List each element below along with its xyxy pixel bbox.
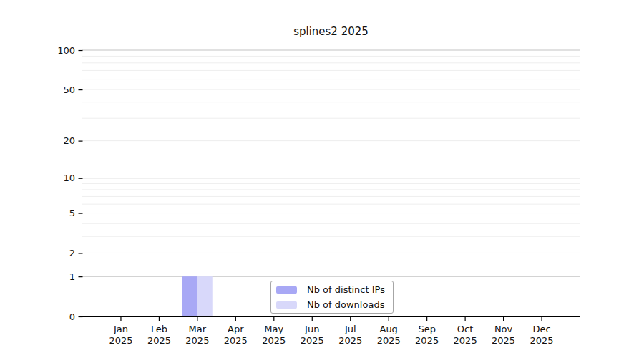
plot-drawing xyxy=(82,44,580,316)
legend-label-downloads: Nb of downloads xyxy=(307,299,384,310)
bar-distinct-ips xyxy=(182,276,197,316)
legend-swatch-distinct-ips xyxy=(276,286,297,294)
legend-item-distinct-ips: Nb of distinct IPs xyxy=(276,284,393,296)
legend-swatch-downloads xyxy=(276,301,297,309)
chart-title: splines2 2025 xyxy=(82,25,580,38)
y-tick-label: 20 xyxy=(0,135,75,147)
y-tick-label: 10 xyxy=(0,172,75,185)
legend: Nb of distinct IPs Nb of downloads xyxy=(270,281,394,314)
legend-label-distinct-ips: Nb of distinct IPs xyxy=(307,284,385,295)
y-tick-label: 1 xyxy=(0,271,75,284)
bar-downloads xyxy=(197,276,212,316)
legend-item-downloads: Nb of downloads xyxy=(276,299,393,311)
y-tick-label: 100 xyxy=(0,44,75,57)
y-tick-label: 0 xyxy=(0,311,75,324)
y-tick-label: 5 xyxy=(0,207,75,220)
x-tick-label: Dec2025 xyxy=(513,324,570,347)
y-tick-label: 2 xyxy=(0,247,75,260)
y-tick-label: 50 xyxy=(0,84,75,97)
plot-area xyxy=(82,44,580,317)
chart-canvas: splines2 2025 0125102050100 Jan2025Feb20… xyxy=(0,0,644,358)
